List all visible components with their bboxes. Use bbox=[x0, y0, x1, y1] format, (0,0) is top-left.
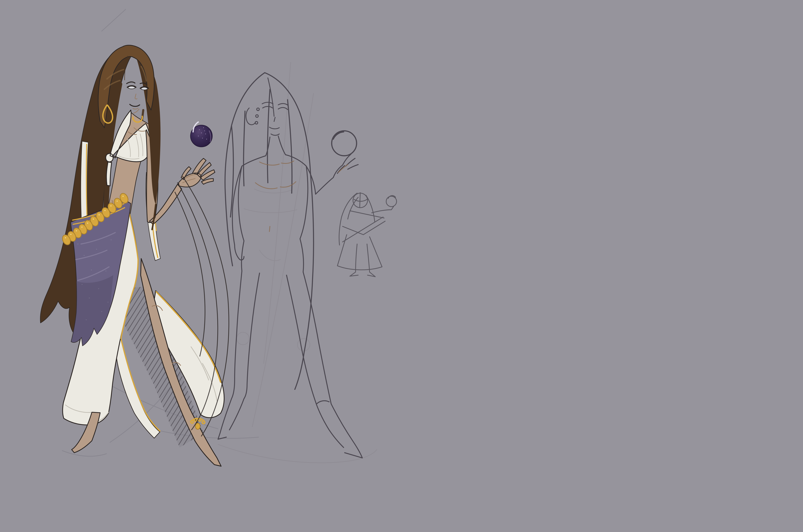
anklet-pendant bbox=[195, 423, 200, 429]
artwork-canvas bbox=[0, 0, 803, 514]
art-canvas-stage bbox=[0, 0, 803, 514]
